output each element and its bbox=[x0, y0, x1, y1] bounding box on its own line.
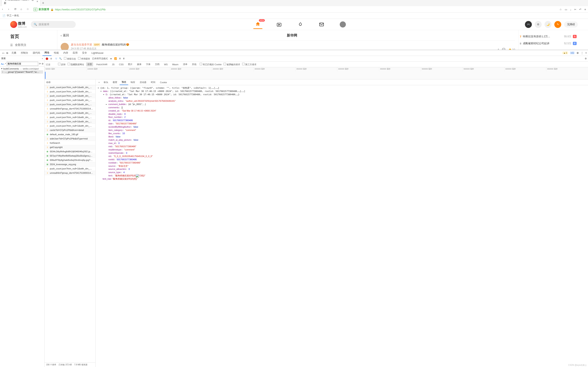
tab-memory[interactable]: 内存 bbox=[61, 50, 70, 56]
tab-timing[interactable]: 时间 bbox=[149, 80, 157, 85]
bookmark-star-icon[interactable]: ☆ bbox=[559, 8, 562, 11]
post-username[interactable]: 麦当当在逃香芋派 bbox=[71, 43, 92, 47]
filter-all[interactable]: 全部 bbox=[86, 62, 93, 66]
accessibility-button[interactable]: 无障碍 bbox=[564, 21, 578, 27]
result-line[interactable]: 1 …_group":[{"param":"flow=0","sc… bbox=[1, 70, 43, 74]
close-icon[interactable]: × bbox=[97, 80, 101, 84]
tab-headers[interactable]: 标头 bbox=[102, 80, 110, 85]
blocked-req-checkbox[interactable]: 被屏蔽的请求 bbox=[224, 63, 240, 66]
request-row[interactable]: ▦007pyVYAly8he8k85wtwpj30u00u0gms.j… bbox=[44, 154, 95, 158]
request-row[interactable]: ▯push_count.json?trim_null=1&with_dm_… bbox=[44, 111, 95, 115]
gear-icon[interactable]: ⚙ bbox=[577, 52, 579, 54]
request-row[interactable]: ▯push_count.json?trim_null=1&with_dm_… bbox=[44, 124, 95, 128]
filter-font[interactable]: 字体 bbox=[145, 62, 152, 66]
refresh-icon[interactable]: ⟳ bbox=[39, 62, 41, 65]
request-row[interactable]: ▦0034c2ttly8h8vg8d8h2ij6046046q2t02.jp… bbox=[44, 150, 95, 154]
battery-icon[interactable]: ▭ bbox=[565, 8, 567, 11]
hide-data-checkbox[interactable]: 隐藏数据网址 bbox=[68, 63, 84, 66]
filter-manifest[interactable]: 清单 bbox=[182, 62, 189, 66]
tab-initiator[interactable]: 启动器 bbox=[138, 80, 148, 85]
search-field[interactable] bbox=[7, 62, 38, 66]
request-row[interactable]: ▯push_count.json?trim_null=1&with_dm_… bbox=[44, 167, 95, 171]
trend-item[interactable]: 8 成毅被前经纪公司起诉 52.5万 新 bbox=[519, 40, 578, 47]
request-row[interactable]: ▯push_count.json?trim_null=1&with_dm_… bbox=[44, 98, 95, 102]
request-row[interactable]: ▦698a3f79ly8g2wkit5o6ej20ro0roq5p.jpg?… bbox=[44, 158, 95, 162]
search-input[interactable]: 🔍 搜索微博 bbox=[31, 21, 76, 28]
gear-icon[interactable]: ⚙ bbox=[585, 57, 587, 60]
tab-security[interactable]: 安全 bbox=[80, 50, 89, 56]
home-icon[interactable]: ⌂ bbox=[20, 8, 24, 11]
scissors-icon[interactable]: ✂ bbox=[574, 8, 576, 11]
request-row[interactable]: ▯sideUser?id=O7pPo1Ptb&idType=mid bbox=[44, 137, 95, 141]
upload-icon[interactable]: ⬆ bbox=[119, 57, 121, 60]
device-icon[interactable]: ⧉ bbox=[6, 51, 9, 55]
request-row[interactable]: ▯getCopyright bbox=[44, 145, 95, 150]
filter-img[interactable]: 图片 bbox=[127, 62, 134, 66]
filter-js[interactable]: JS bbox=[111, 63, 116, 66]
request-row[interactable]: ▯push_count.json?trim_null=1&with_dm_… bbox=[44, 90, 95, 94]
forward-icon[interactable]: › bbox=[8, 8, 12, 11]
comment-icon[interactable]: 💬 bbox=[502, 48, 505, 50]
tab-cookies[interactable]: Cookie bbox=[158, 80, 169, 85]
request-row[interactable]: ▯unreadHint?group_ids=47541751809314… bbox=[44, 171, 95, 175]
back-icon[interactable]: ‹ bbox=[2, 8, 6, 11]
compose-button[interactable]: ✎ bbox=[554, 21, 561, 28]
tab-network[interactable]: 网络 bbox=[43, 50, 52, 56]
case-toggle[interactable]: Aa bbox=[1, 63, 3, 65]
share-icon[interactable]: ↗ bbox=[497, 48, 499, 50]
tab-performance[interactable]: 性能 bbox=[52, 50, 61, 56]
throttle-select[interactable]: 已停用节流模式 bbox=[92, 57, 108, 60]
nav-mail[interactable] bbox=[317, 20, 326, 29]
clear-icon[interactable]: ⊘ bbox=[42, 62, 43, 65]
info-badge[interactable]: ▪ 1 bbox=[570, 52, 575, 54]
nav-hot[interactable] bbox=[296, 20, 305, 29]
column-header-name[interactable]: 名称 bbox=[44, 80, 95, 85]
theme-button[interactable]: 🌙 bbox=[545, 21, 552, 28]
bookmark-item[interactable]: 学工一体化 bbox=[7, 14, 19, 17]
nav-profile[interactable] bbox=[338, 20, 347, 29]
nav-video[interactable] bbox=[275, 20, 284, 29]
download-icon[interactable]: ↓ bbox=[570, 8, 571, 11]
disable-cache-checkbox[interactable]: 停用缓存 bbox=[78, 57, 90, 60]
json-preview[interactable]: ▾ {ok: 1, filter_group: [{param: "flow=0… bbox=[95, 85, 588, 367]
filter-media[interactable]: 媒体 bbox=[136, 62, 143, 66]
new-tab-button[interactable]: + bbox=[40, 0, 46, 6]
more-icon[interactable]: ⋮ bbox=[581, 52, 583, 54]
like-button[interactable]: 👍 10 bbox=[508, 48, 515, 50]
close-icon[interactable]: × bbox=[36, 0, 38, 3]
request-row[interactable]: ▯push_count.json?trim_null=1&with_dm_… bbox=[44, 85, 95, 90]
star-icon[interactable]: ☆ bbox=[26, 8, 30, 11]
close-icon[interactable]: × bbox=[42, 57, 43, 60]
warning-badge[interactable]: ▲ 1 bbox=[562, 52, 568, 54]
download-icon[interactable]: ⬇ bbox=[123, 57, 125, 60]
inspect-icon[interactable]: ▭ bbox=[1, 51, 5, 55]
search-icon[interactable]: 🔍 bbox=[59, 57, 62, 60]
close-icon[interactable]: × bbox=[585, 52, 587, 54]
tab-response[interactable]: 响应 bbox=[129, 80, 137, 85]
nav-home[interactable]: NEW bbox=[253, 20, 262, 29]
filter-css[interactable]: CSS bbox=[118, 63, 125, 66]
request-row[interactable]: ▦default_avatar_male_180.gif bbox=[44, 132, 95, 137]
wifi-icon[interactable]: 📶 bbox=[114, 57, 117, 60]
menu-icon[interactable]: ≡ bbox=[584, 8, 586, 11]
tab-application[interactable]: 应用 bbox=[71, 50, 80, 56]
filter-wasm[interactable]: Wasm bbox=[171, 63, 180, 66]
third-party-checkbox[interactable]: 第三方请求 bbox=[242, 63, 256, 66]
browser-tab[interactable]: 【#桂海潮说在中国空... - @新 × bbox=[2, 0, 40, 6]
result-group[interactable]: ▾ buildComments — weibo.com/ajax/ bbox=[1, 67, 43, 70]
request-row[interactable]: ▯unreadHint?group_ids=47541751809314… bbox=[44, 107, 95, 111]
request-row[interactable]: ▯push_count.json?trim_null=1&with_dm_… bbox=[44, 94, 95, 98]
tab-preview[interactable]: 预览 bbox=[120, 80, 128, 85]
request-row[interactable]: ▯hotSearch bbox=[44, 141, 95, 145]
clear-icon[interactable]: ⊘ bbox=[50, 57, 52, 60]
filter-other[interactable]: 其他 bbox=[191, 62, 198, 66]
url-bar[interactable]: 证 新浪微博 🔒 https://weibo.com/2810373291/O7… bbox=[34, 8, 105, 11]
invert-checkbox[interactable]: 反转 bbox=[58, 63, 66, 66]
back-button[interactable]: ‹ 返回 bbox=[61, 33, 69, 37]
reload-icon[interactable]: ⟳ bbox=[14, 8, 18, 11]
sidebar-item-all-follow[interactable]: ☰ 全部关注 bbox=[10, 43, 57, 47]
filter-doc[interactable]: 文档 bbox=[154, 62, 161, 66]
trend-item[interactable]: 7 特斯拉宣布原价1.2万... 55.9万 热 bbox=[519, 33, 578, 40]
tab-elements[interactable]: 元素 bbox=[9, 50, 18, 56]
request-row[interactable]: ▯push_count.json?trim_null=1&with_dm_… bbox=[44, 119, 95, 124]
